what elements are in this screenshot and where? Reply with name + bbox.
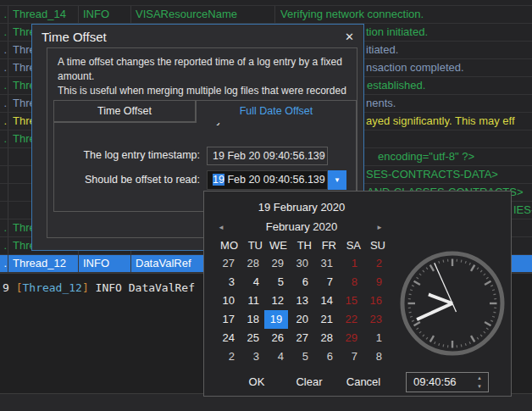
clock-second-hand: [435, 263, 457, 312]
clear-button[interactable]: Clear: [289, 374, 330, 391]
calendar-day[interactable]: 3: [241, 347, 263, 366]
calendar-day[interactable]: 8: [363, 347, 385, 366]
calendar-day[interactable]: 26: [265, 329, 287, 347]
log-message-fragment: IES-: [513, 202, 532, 219]
calendar-day[interactable]: 29: [265, 254, 287, 273]
log-cell-marker: [0, 166, 8, 183]
calendar-day[interactable]: 12: [265, 292, 287, 310]
calendar-day-header: MO: [216, 239, 238, 252]
log-message-fragment: nents.: [366, 95, 396, 113]
log-cell-message: Verifying network connection.: [275, 6, 532, 23]
log-cell-marker: .: [0, 255, 8, 272]
calendar-day[interactable]: 13: [290, 292, 312, 310]
calendar-day[interactable]: 24: [216, 329, 238, 347]
calendar-day[interactable]: 2: [216, 347, 238, 366]
calendar-day[interactable]: 5: [265, 273, 287, 292]
calendar-selected-date-title: 19 February 2020: [204, 201, 399, 214]
log-cell-logger: VISAResourceName: [131, 6, 275, 23]
calendar-day[interactable]: 29: [339, 329, 361, 347]
calendar-day[interactable]: 11: [241, 292, 263, 310]
calendar-day-header: WE: [265, 239, 287, 252]
log-cell-marker: .: [0, 237, 8, 254]
calendar-day[interactable]: 14: [314, 292, 336, 310]
calendar-day-header: SU: [363, 239, 385, 252]
cancel-button[interactable]: Cancel: [343, 374, 384, 391]
calendar-day[interactable]: 8: [339, 273, 361, 292]
analog-clock: [396, 247, 508, 359]
calendar-day[interactable]: 15: [339, 292, 361, 310]
calendar-day[interactable]: 20: [290, 310, 312, 329]
time-value: 09:40:56: [413, 375, 457, 388]
log-message-fragment: ayed significantly. This may eff: [366, 113, 515, 131]
calendar-day[interactable]: 22: [339, 310, 361, 329]
calendar-day-header: TU: [241, 239, 263, 252]
tab-time-offset[interactable]: Time Offset: [53, 100, 196, 122]
log-message-fragment: established.: [367, 77, 425, 95]
log-viewer-app: .Thread_14INFOVISAResourceNameVerifying …: [0, 0, 532, 411]
calendar-day[interactable]: 7: [314, 273, 336, 292]
log-message-fragment: nsaction completed.: [366, 59, 464, 77]
log-cell-thread: Thread_12: [8, 255, 79, 272]
time-spinner[interactable]: ▲ ▼: [474, 374, 485, 391]
calendar-day[interactable]: 17: [216, 310, 238, 329]
log-message-fragment: tion initiated.: [366, 24, 428, 42]
ok-button[interactable]: OK: [238, 374, 275, 391]
calendar-day[interactable]: 2: [363, 254, 385, 273]
calendar-day[interactable]: 31: [314, 254, 336, 273]
log-cell-level: INFO: [79, 6, 131, 23]
calendar-day[interactable]: 1: [363, 329, 385, 347]
calendar-day[interactable]: 27: [216, 254, 238, 273]
log-cell-marker: .: [0, 113, 8, 130]
description-line: A time offset changes the reported time …: [58, 55, 357, 84]
spinner-down-icon[interactable]: ▼: [477, 384, 482, 389]
log-cell-marker: .: [0, 219, 8, 236]
log-row[interactable]: .Thread_14INFOVISAResourceNameVerifying …: [0, 6, 532, 24]
calendar-day-header: SA: [339, 239, 361, 252]
calendar-day[interactable]: 4: [241, 273, 263, 292]
detail-thread: Thread_12: [22, 281, 81, 294]
calendar-day[interactable]: 28: [314, 329, 336, 347]
calendar-day[interactable]: 5: [290, 347, 312, 366]
calendar-day[interactable]: 4: [265, 347, 287, 366]
log-cell-marker: [0, 148, 8, 165]
log-cell-marker: .: [0, 131, 8, 147]
calendar-day[interactable]: 25: [241, 329, 263, 347]
log-message-fragment: encoding="utf-8" ?>: [378, 148, 474, 166]
calendar-day-header: TH: [290, 239, 312, 252]
calendar-day-selected[interactable]: 19: [264, 310, 288, 329]
date-picker-popup: 19 February 2020 ◄ February 2020 ► MOTUW…: [203, 191, 512, 397]
calendar-day[interactable]: 30: [290, 254, 312, 273]
log-cell-marker: .: [0, 6, 8, 23]
detail-message: INFO DataValRef: [89, 281, 195, 294]
calendar-day-header: FR: [314, 239, 336, 252]
calendar-day[interactable]: 28: [241, 254, 263, 273]
log-cell-marker: .: [0, 77, 8, 94]
time-input[interactable]: 09:40:56 ▲ ▼: [406, 372, 489, 392]
calendar-month-label: February 2020: [204, 220, 399, 233]
log-row[interactable]: [0, 0, 532, 6]
calendar-day[interactable]: 3: [216, 273, 238, 292]
log-cell-marker: .: [0, 95, 8, 112]
calendar-day[interactable]: 16: [363, 292, 385, 310]
log-cell-marker: .: [0, 24, 8, 41]
log-cell-marker: [0, 202, 8, 219]
calendar-day[interactable]: 9: [363, 273, 385, 292]
calendar-day[interactable]: 21: [314, 310, 336, 329]
calendar-day[interactable]: 7: [339, 347, 361, 366]
clock-minute-hand: [417, 303, 452, 319]
calendar-day[interactable]: 18: [241, 310, 263, 329]
calendar-day[interactable]: 23: [363, 310, 385, 329]
next-month-icon[interactable]: ►: [376, 224, 383, 232]
close-icon[interactable]: ✕: [345, 31, 354, 43]
calendar-day[interactable]: 27: [290, 329, 312, 347]
calendar-day[interactable]: 6: [290, 273, 312, 292]
log-cell-marker: .: [0, 42, 8, 58]
calendar-day[interactable]: 10: [216, 292, 238, 310]
tab-full-date-offset[interactable]: Full Date Offset: [196, 100, 357, 123]
log-message-fragment: SES-CONTRACTS-DATA>: [366, 166, 498, 184]
spinner-up-icon[interactable]: ▲: [477, 375, 482, 380]
calendar-day[interactable]: 1: [339, 254, 361, 273]
detail-timestamp-fragment: 9: [3, 281, 16, 294]
log-cell-marker: [0, 184, 8, 201]
calendar-day[interactable]: 6: [314, 347, 336, 366]
